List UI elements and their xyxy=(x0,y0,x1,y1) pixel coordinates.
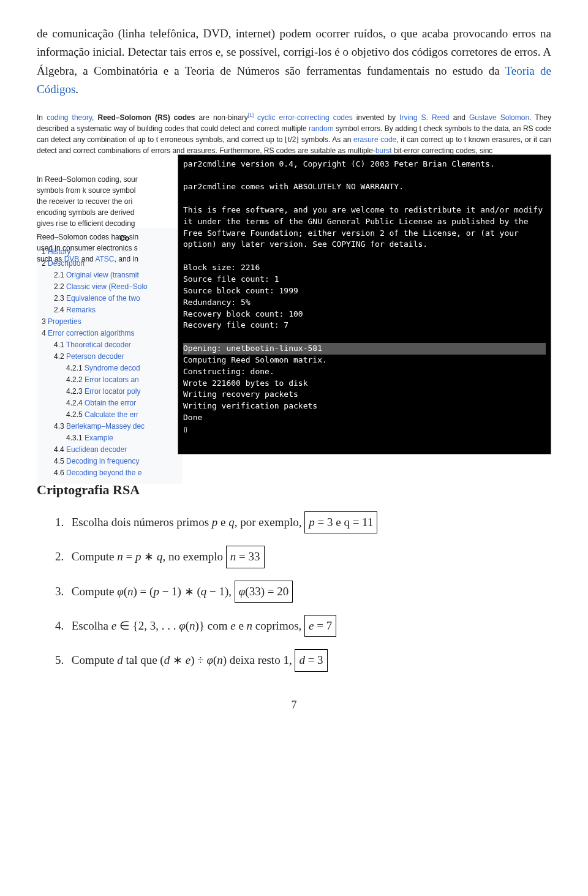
wiki-link-coding-theory[interactable]: coding theory xyxy=(47,113,92,122)
terminal-window: par2cmdline version 0.4, Copyright (C) 2… xyxy=(178,154,551,454)
term-line: This is free software, and you are welco… xyxy=(183,205,546,216)
term-line-highlight: Opening: unetbootin-linux-581 xyxy=(183,343,546,355)
term-line xyxy=(183,250,546,262)
term-line xyxy=(183,331,546,343)
term-line: par2cmdline comes with ABSOLUTELY NO WAR… xyxy=(183,181,546,193)
rsa-step-3: 3. Compute φ(n) = (p − 1) ∗ (q − 1), φ(3… xyxy=(55,581,551,603)
toc-item[interactable]: 4.3 Berlekamp–Massey dec xyxy=(54,421,183,432)
toc-item[interactable]: 2.4 Remarks xyxy=(54,304,183,315)
term-line xyxy=(183,193,546,205)
wiki-link-solomon[interactable]: Gustave Solomon xyxy=(469,113,529,122)
term-line: Source file count: 1 xyxy=(183,274,546,285)
toc-item[interactable]: 4 Error correction algorithms xyxy=(42,328,183,339)
toc-item[interactable]: 2.2 Classic view (Reed–Solo xyxy=(54,281,183,292)
rsa-box-5: d = 3 xyxy=(295,649,327,671)
toc-item[interactable]: 4.2 Peterson decoder xyxy=(54,351,183,362)
page-number: 7 xyxy=(37,696,551,714)
rsa-box-4: e = 7 xyxy=(304,615,336,637)
rsa-step-5: 5. Compute d tal que (d ∗ e) ÷ φ(n) deix… xyxy=(55,649,551,671)
term-cursor: ▯ xyxy=(183,424,546,435)
wiki-ref-1[interactable]: [1] xyxy=(248,112,254,118)
wiki-link-cyclic[interactable]: cyclic xyxy=(257,113,275,122)
rsa-box-2: n = 33 xyxy=(226,546,265,568)
term-line: it under the terms of the GNU General Pu… xyxy=(183,216,546,228)
term-line: Constructing: done. xyxy=(183,366,546,378)
toc-item[interactable]: 4.2.5 Calculate the err xyxy=(66,409,183,420)
wiki-link-burst[interactable]: burst xyxy=(375,146,392,155)
term-line: Recovery block count: 100 xyxy=(183,309,546,320)
term-line: Free Software Foundation; either version… xyxy=(183,228,546,239)
toc-item[interactable]: 2.3 Equivalence of the two xyxy=(54,293,183,304)
rsa-step-1: 1. Escolha dois números primos p e q, po… xyxy=(55,511,551,533)
toc-item[interactable]: 4.4 Euclidean decoder xyxy=(54,444,183,455)
toc-item[interactable]: 4.5 Decoding in frequency xyxy=(54,456,183,467)
toc-item[interactable]: 4.2.1 Syndrome decod xyxy=(66,363,183,374)
rsa-box-3: φ(33) = 20 xyxy=(235,581,293,603)
term-line: Done xyxy=(183,412,546,424)
toc-item[interactable]: 2.1 Original view (transmit xyxy=(54,269,183,280)
term-line: option) any later version. See COPYING f… xyxy=(183,239,546,250)
term-line: Block size: 2216 xyxy=(183,262,546,274)
wiki-link-random[interactable]: random xyxy=(309,124,334,133)
toc-item[interactable]: 4.2.3 Error locator poly xyxy=(66,386,183,397)
rsa-step-2: 2. Compute n = p ∗ q, no exemplo n = 33 xyxy=(55,546,551,568)
toc-item[interactable]: 4.2.4 Obtain the error xyxy=(66,397,183,408)
toc-item[interactable]: 4.2.2 Error locators an xyxy=(66,374,183,385)
wiki-paragraph-1: In coding theory, Reed–Solomon (RS) code… xyxy=(37,111,551,156)
wiki-screenshot: In coding theory, Reed–Solomon (RS) code… xyxy=(37,111,551,454)
term-line: Redundancy: 5% xyxy=(183,297,546,309)
intro-text-1: de comunicação (linha telefônica, DVD, i… xyxy=(37,27,551,77)
wiki-link-ecc[interactable]: error-correcting codes xyxy=(279,113,353,122)
rsa-steps: 1. Escolha dois números primos p e q, po… xyxy=(55,511,551,672)
toc-item[interactable]: 4.1 Theoretical decoder xyxy=(54,339,183,350)
toc-item[interactable]: 4.6 Decoding beyond the e xyxy=(54,467,183,478)
wiki-link-erasure[interactable]: erasure code xyxy=(353,135,396,144)
wiki-toc: Co 1 History2 Description2.1 Original vi… xyxy=(37,228,183,484)
intro-text-2: . xyxy=(75,83,78,96)
toc-item[interactable]: 4.3.1 Example xyxy=(66,432,183,443)
term-line: Writing verification packets xyxy=(183,401,546,412)
term-line: Writing recovery packets xyxy=(183,389,546,401)
term-line xyxy=(183,170,546,181)
term-line: Recovery file count: 7 xyxy=(183,320,546,331)
rsa-box-1: p = 3 e q = 11 xyxy=(304,511,377,533)
term-line: par2cmdline version 0.4, Copyright (C) 2… xyxy=(183,159,546,170)
intro-paragraph: de comunicação (linha telefônica, DVD, i… xyxy=(37,24,551,99)
wiki-left-fragments: In Reed–Solomon coding, sour symbols fro… xyxy=(37,174,178,265)
term-line: Computing Reed Solomon matrix. xyxy=(183,355,546,366)
term-line: Source block count: 1999 xyxy=(183,285,546,297)
term-line: Wrote 221600 bytes to disk xyxy=(183,378,546,390)
wiki-link-reed[interactable]: Irving S. Reed xyxy=(399,113,450,122)
rsa-step-4: 4. Escolha e ∈ {2, 3, . . . φ(n)} com e … xyxy=(55,615,551,637)
toc-item[interactable]: 3 Properties xyxy=(42,316,183,327)
